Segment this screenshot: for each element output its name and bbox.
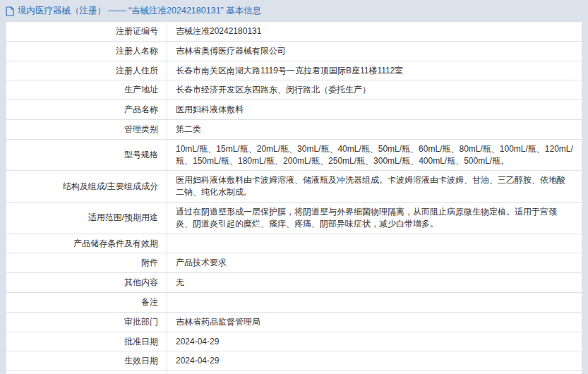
table-row: 产品名称 医用妇科液体敷料 xyxy=(6,100,582,120)
row-value: 长春市经济开发区东四路东、闵行路北（委托生产） xyxy=(167,80,582,100)
row-value: 通过在阴道壁形成一层保护膜，将阴道壁与外界细菌物理隔离，从而阻止病原微生物定植。… xyxy=(167,202,582,234)
row-value: 长春市南关区南湖大路1119号一克拉君顶国际B座11楼1112室 xyxy=(167,61,582,80)
row-label: 结构及组成/主要组成成分 xyxy=(6,171,167,203)
row-value: 2024-04-29 xyxy=(167,332,582,351)
row-value: 医用妇科液体敷料 xyxy=(167,100,582,120)
row-label: 产品名称 xyxy=(6,100,167,120)
row-label: 生效日期 xyxy=(6,351,167,371)
table-row: 备注 xyxy=(6,292,582,312)
table-row: 注册人住所 长春市南关区南湖大路1119号一克拉君顶国际B座11楼1112室 xyxy=(6,61,582,80)
table-row: 注册人名称 吉林省奥傅医疗器械有限公司 xyxy=(6,41,582,61)
table-row: 其他内容 无 xyxy=(6,273,582,293)
table-row: 管理类别 第二类 xyxy=(6,119,582,139)
row-value: 2029-04-28 xyxy=(167,371,582,374)
row-label: 注册人住所 xyxy=(6,61,167,80)
row-label: 审批部门 xyxy=(6,312,167,332)
row-label: 管理类别 xyxy=(6,119,167,139)
row-label: 适用范围/预期用途 xyxy=(6,202,167,234)
row-value: 产品技术要求 xyxy=(167,253,582,273)
row-value xyxy=(167,292,582,312)
table-row: 型号规格 10mL/瓶、15mL/瓶、20mL/瓶、30mL/瓶、40mL/瓶、… xyxy=(6,139,582,171)
table-row: 生产地址 长春市经济开发区东四路东、闵行路北（委托生产） xyxy=(6,80,582,100)
row-value: 10mL/瓶、15mL/瓶、20mL/瓶、30mL/瓶、40mL/瓶、50mL/… xyxy=(167,139,582,171)
table-row: 注册证编号 吉械注准20242180131 xyxy=(6,22,582,42)
row-label: 注册证编号 xyxy=(6,22,167,42)
row-value: 医用妇科液体敷料由卡波姆溶液、储液瓶及冲洗器组成。卡波姆溶液由卡波姆、甘油、三乙… xyxy=(167,171,582,203)
document-icon xyxy=(6,6,14,16)
row-label: 有效期至 xyxy=(6,371,167,374)
row-label: 备注 xyxy=(6,292,167,312)
table-row: 批准日期 2024-04-29 xyxy=(6,332,582,351)
row-value: 吉械注准20242180131 xyxy=(167,22,582,42)
table-row: 产品储存条件及有效期 xyxy=(6,234,582,253)
row-label: 其他内容 xyxy=(6,273,167,293)
page-header: 境内医疗器械（注册） —— “吉械注准20242180131” 基本信息 xyxy=(0,0,588,21)
table-row: 有效期至 2029-04-28 xyxy=(6,371,582,374)
row-label: 附件 xyxy=(6,253,167,273)
page-title: 境内医疗器械（注册） —— “吉械注准20242180131” 基本信息 xyxy=(18,5,261,17)
row-value: 无 xyxy=(167,273,582,293)
row-label: 批准日期 xyxy=(6,332,167,351)
row-value: 吉林省奥傅医疗器械有限公司 xyxy=(167,41,582,61)
table-row: 审批部门 吉林省药品监督管理局 xyxy=(6,312,582,332)
row-value: 2024-04-29 xyxy=(167,351,582,371)
row-value: 吉林省药品监督管理局 xyxy=(167,312,582,332)
table-row: 附件 产品技术要求 xyxy=(6,253,582,273)
row-label: 生产地址 xyxy=(6,80,167,100)
row-label: 注册人名称 xyxy=(6,41,167,61)
row-label: 产品储存条件及有效期 xyxy=(6,234,167,253)
registration-info-table: 注册证编号 吉械注准20242180131 注册人名称 吉林省奥傅医疗器械有限公… xyxy=(6,21,582,374)
table-row: 适用范围/预期用途 通过在阴道壁形成一层保护膜，将阴道壁与外界细菌物理隔离，从而… xyxy=(6,202,582,234)
row-label: 型号规格 xyxy=(6,139,167,171)
row-value: 第二类 xyxy=(167,119,582,139)
table-row: 生效日期 2024-04-29 xyxy=(6,351,582,371)
row-value xyxy=(167,234,582,253)
table-row: 结构及组成/主要组成成分 医用妇科液体敷料由卡波姆溶液、储液瓶及冲洗器组成。卡波… xyxy=(6,171,582,203)
